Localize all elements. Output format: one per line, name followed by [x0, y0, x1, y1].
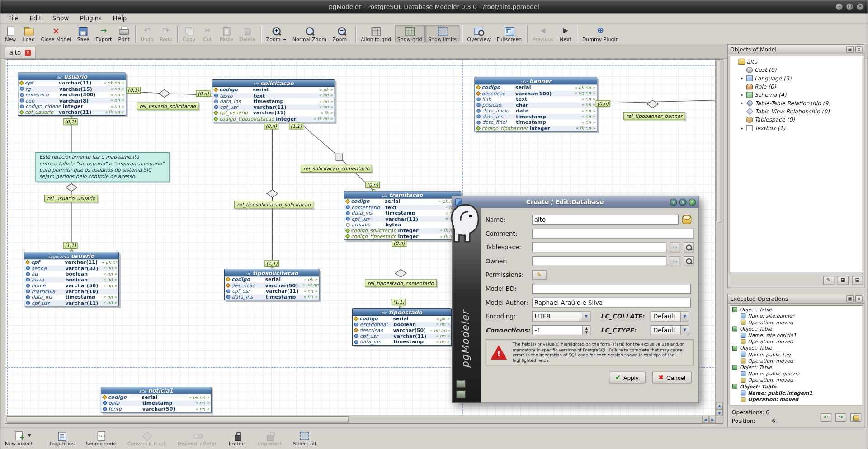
menu-show[interactable]: Show — [47, 14, 75, 23]
model-bd-input[interactable] — [532, 284, 691, 294]
expand-all-button[interactable]: ⊞ — [838, 276, 849, 285]
rel-label-rel-usuario-solicitacao[interactable]: rel_usuario_solicitacao — [137, 103, 198, 110]
export-button[interactable]: Export — [93, 25, 114, 42]
dialog-titlebar[interactable]: Create / Edit:Database ∨ ∧ ✕ — [452, 196, 698, 208]
operation-name[interactable]: Name: public.tag — [730, 351, 863, 358]
cardinality-label[interactable]: (0,1) — [126, 87, 141, 94]
show-grid-button[interactable]: Show grid — [395, 25, 425, 42]
tree-item-role[interactable]: Role (0) — [730, 82, 863, 90]
operation-name[interactable]: Name: site.banner — [730, 313, 863, 319]
name-input[interactable] — [532, 215, 679, 224]
comment-input[interactable] — [532, 229, 694, 239]
close-model-button[interactable]: Close Model — [38, 25, 74, 42]
tree-item-cast[interactable]: Cast (0) — [730, 66, 863, 74]
lc-collate-select[interactable]: Default ▼ — [651, 311, 689, 321]
rel-label-rel-solicitacao-comentario[interactable]: rel_solicitacao_comentario — [301, 165, 372, 173]
tab-close-icon[interactable]: ✕ — [25, 50, 31, 56]
print-button[interactable]: Print — [115, 25, 133, 42]
window-maximize-button[interactable]: ▢ — [846, 3, 854, 10]
tree-item-table-table-relationship[interactable]: ▸Table-Table Relationship (9) — [730, 99, 863, 107]
tablespace-clear-button[interactable]: ↪ — [670, 242, 680, 252]
vertical-scrollbar[interactable]: ▲ ▼ — [715, 60, 723, 416]
permissions-edit-button[interactable]: ✎ — [532, 270, 547, 280]
source-code-button[interactable]: Source code — [85, 431, 116, 446]
scroll-left-button[interactable]: ◀ — [702, 416, 709, 423]
entity-sic-solicitacao[interactable]: sic solicitacaocodigoserial« pk »textote… — [212, 79, 335, 122]
operation-name[interactable]: Name: site.noticia1 — [730, 332, 863, 338]
expand-arrow-icon[interactable]: ▸ — [740, 76, 745, 81]
tree-item-textbox[interactable]: ▸Textbox (1) — [730, 124, 863, 132]
model-author-input[interactable] — [532, 298, 691, 308]
cardinality-label[interactable]: (1,1) — [289, 123, 303, 130]
entity-seguranca-usuario[interactable]: seguranca usuariocpfvarchar(11)« pk nn »… — [24, 252, 119, 306]
menu-file[interactable]: File — [3, 14, 24, 23]
entity-sic-tiposolicitacao[interactable]: sic tiposolicitacaocodigoserial« pk »des… — [224, 269, 320, 300]
tree-item-language[interactable]: ▸Language (3) — [730, 74, 863, 82]
align-grid-button[interactable]: Align to grid — [358, 25, 394, 42]
operation-action[interactable]: Operation: moved — [730, 358, 863, 364]
menu-help[interactable]: Help — [107, 14, 132, 23]
entity-sic-tramitacao[interactable]: sic tramitacaocodigoserial« pk nn »comen… — [344, 191, 461, 239]
horizontal-scrollbar[interactable]: ◀ ▶ — [5, 416, 716, 423]
scroll-up-button[interactable]: ▲ — [716, 402, 723, 409]
fullscreen-button[interactable]: Fullscreen — [494, 25, 525, 42]
cardinality-label[interactable]: (1,1) — [264, 260, 279, 267]
entity-site-noticia1[interactable]: site noticia1codigoserial« pk nn »datati… — [101, 387, 212, 412]
clear-operations-button[interactable] — [850, 413, 861, 422]
rel-label-rel-tipoestado-comentario[interactable]: rel_tipoestado_comentario — [365, 279, 437, 287]
normal-zoom-button[interactable]: Normal Zoom — [290, 25, 329, 42]
operation-action[interactable]: Operation: moved — [730, 396, 863, 402]
expand-arrow-icon[interactable]: ▸ — [740, 92, 745, 97]
cardinality-label[interactable]: (0,n) — [365, 182, 380, 188]
new-button[interactable]: New — [2, 25, 19, 42]
load-button[interactable]: Load — [20, 25, 38, 42]
operation-object[interactable]: Object: Table — [730, 306, 863, 313]
rel-label-rel-tiposolicitacao-solicitacao[interactable]: rel_tiposolicitacao_solicitacao — [234, 201, 313, 208]
next-button[interactable]: Next — [557, 25, 575, 42]
cardinality-label[interactable]: (0,1) — [63, 118, 78, 125]
expand-arrow-icon[interactable]: ▸ — [740, 126, 745, 131]
operation-action[interactable]: Operation: moved — [730, 319, 863, 326]
encoding-select[interactable]: UTF8 ▼ — [532, 311, 591, 321]
operation-object[interactable]: Object: Table — [730, 326, 863, 332]
protect-button[interactable]: Protect — [229, 431, 246, 446]
save-button[interactable]: Save — [75, 25, 92, 42]
chevron-down-icon[interactable]: ▼ — [28, 433, 31, 438]
cardinality-label[interactable]: (1,1) — [392, 299, 406, 305]
rel-label-rel-usuario-usuario[interactable]: rel_usuario_usuario — [44, 195, 98, 202]
window-minimize-button[interactable]: – — [835, 3, 843, 10]
zoom-in-button[interactable]: Zoom + — [264, 25, 289, 42]
tablespace-search-button[interactable] — [684, 242, 694, 252]
dialog-shade-button[interactable]: ∨ — [670, 199, 677, 206]
owner-input[interactable] — [532, 256, 667, 266]
objects-panel-close-button[interactable]: ✕ — [855, 46, 863, 53]
dialog-close-button[interactable]: ✕ — [689, 199, 696, 206]
redo-operation-button[interactable]: ↷ — [835, 413, 846, 422]
properties-button[interactable]: Properties — [49, 431, 75, 446]
select-all-button[interactable]: Select all — [293, 431, 316, 446]
owner-clear-button[interactable]: ↪ — [670, 256, 680, 266]
tree-item-schema[interactable]: ▸Schema (4) — [730, 91, 863, 99]
owner-search-button[interactable] — [684, 256, 694, 266]
objects-panel-float-button[interactable]: ▣ — [846, 46, 854, 53]
zoom-out-button[interactable]: Zoom - — [330, 25, 353, 42]
undo-operation-button[interactable]: ↶ — [821, 413, 831, 422]
operation-object[interactable]: Object: Table — [730, 364, 863, 370]
window-titlebar[interactable]: pgModeler - PostgreSQL Database Modeler … — [0, 0, 868, 13]
operation-name[interactable]: Name: public.imagem1 — [730, 390, 863, 396]
menu-edit[interactable]: Edit — [24, 14, 47, 23]
spinner-arrows-icon[interactable]: ▲▼ — [582, 326, 590, 335]
textbox-note[interactable]: Este relacionamento faz o mapeamentoentr… — [35, 152, 169, 182]
connections-spinner[interactable]: -1 ▲▼ — [532, 325, 591, 335]
operation-action[interactable]: Operation: moved — [730, 338, 863, 345]
tab-alto[interactable]: alto ✕ — [5, 47, 36, 58]
tree-item-table-view-relationship[interactable]: Table-View Relationship (0) — [730, 108, 863, 116]
overview-button[interactable]: Overview — [464, 25, 493, 42]
entity-sic-usuario[interactable]: sic usuariocpfvarchar(11)« pk nn »rgvarc… — [18, 72, 126, 116]
horizontal-scrollbar-thumb[interactable] — [7, 416, 349, 422]
menu-plugins[interactable]: Plugins — [75, 14, 108, 23]
rel-label-rel-tipobanner-banner[interactable]: rel_tipobanner_banner — [623, 112, 685, 120]
tree-item-tablespace[interactable]: Tablespace (0) — [730, 116, 863, 124]
edit-object-button[interactable]: ✎ — [823, 276, 834, 285]
vertical-scrollbar-thumb[interactable] — [716, 61, 722, 223]
